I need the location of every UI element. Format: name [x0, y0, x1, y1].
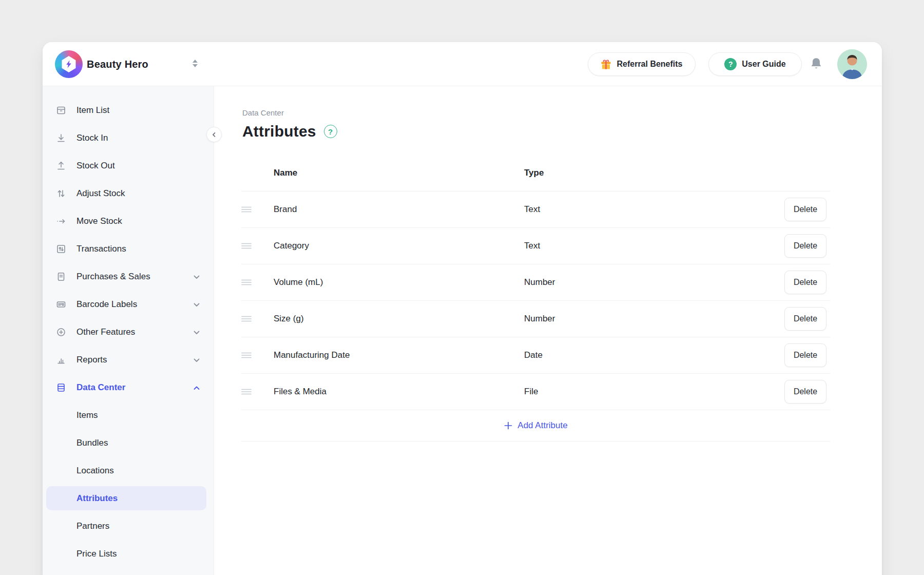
barcode-icon — [55, 299, 67, 310]
drag-handle-icon[interactable] — [241, 388, 252, 395]
hexagon-bolt-icon — [61, 56, 76, 72]
sidebar-item-label: Move Stock — [76, 216, 122, 226]
workspace-switcher-icon[interactable] — [192, 60, 199, 69]
app-logo — [55, 50, 83, 78]
attribute-type: Number — [524, 277, 555, 288]
drag-handle-icon[interactable] — [241, 352, 252, 359]
app-header: Beauty Hero Referral Benefits ? User Gui… — [43, 42, 882, 86]
delete-button[interactable]: Delete — [784, 198, 826, 221]
chevron-left-icon — [210, 131, 218, 138]
user-guide-label: User Guide — [742, 60, 785, 69]
attribute-name: Brand — [274, 204, 297, 215]
drag-handle-icon[interactable] — [241, 206, 252, 213]
sidebar-item-label: Item List — [76, 105, 109, 116]
app-window: Beauty Hero Referral Benefits ? User Gui… — [43, 42, 882, 575]
sidebar-item-adjust-stock[interactable]: Adjust Stock — [43, 180, 214, 207]
document-icon — [55, 271, 67, 282]
arrow-up-bar-icon — [55, 160, 67, 171]
sidebar-item-label: Other Features — [76, 327, 135, 337]
sidebar-item-purchases-sales[interactable]: Purchases & Sales — [43, 263, 214, 291]
attribute-type: Text — [524, 241, 540, 251]
drag-handle-icon[interactable] — [241, 315, 252, 322]
attribute-type: Text — [524, 204, 540, 215]
sidebar-item-label: Transactions — [76, 244, 126, 254]
sidebar-item-stock-in[interactable]: Stock In — [43, 124, 214, 152]
sidebar-item-attributes[interactable]: Attributes — [43, 485, 214, 512]
chevron-down-icon — [193, 273, 201, 281]
bar-chart-icon — [55, 354, 67, 366]
sidebar-item-label: Adjust Stock — [76, 188, 125, 199]
sidebar-item-label: Bundles — [76, 438, 108, 448]
sidebar-item-other-features[interactable]: Other Features — [43, 318, 214, 346]
sidebar-item-stock-out[interactable]: Stock Out — [43, 152, 214, 180]
question-circle-icon: ? — [724, 58, 737, 70]
breadcrumb: Data Center — [242, 108, 284, 117]
column-header-type: Type — [524, 168, 544, 178]
add-attribute-label: Add Attribute — [517, 420, 567, 431]
sidebar-item-label: Price Lists — [76, 549, 117, 559]
delete-button[interactable]: Delete — [784, 343, 826, 367]
chevron-down-icon — [193, 301, 201, 309]
sidebar-item-partners[interactable]: Partners — [43, 512, 214, 540]
transactions-square-icon — [55, 243, 67, 255]
attribute-type: Date — [524, 350, 543, 360]
table-row: Brand Text Delete — [241, 191, 830, 228]
attribute-name: Manufacturing Date — [274, 350, 350, 360]
attribute-type: File — [524, 387, 538, 397]
sidebar-item-label: Purchases & Sales — [76, 272, 150, 282]
sidebar-nav: Item List Stock In Stock Out Adjust Stoc… — [43, 86, 214, 575]
delete-button[interactable]: Delete — [784, 234, 826, 258]
attribute-name: Category — [274, 241, 309, 251]
sidebar-item-label: Data Center — [76, 382, 125, 393]
plus-circle-icon — [55, 327, 67, 338]
sidebar-item-move-stock[interactable]: Move Stock — [43, 207, 214, 235]
sidebar-item-locations[interactable]: Locations — [43, 457, 214, 485]
sidebar-collapse-button[interactable] — [206, 127, 222, 142]
main-content: Data Center Attributes ? Name Type Brand… — [214, 86, 882, 575]
sidebar-item-bundles[interactable]: Bundles — [43, 429, 214, 457]
attribute-name: Volume (mL) — [274, 277, 323, 288]
sidebar-item-label: Stock Out — [76, 161, 115, 171]
sidebar-item-price-lists[interactable]: Price Lists — [43, 540, 214, 568]
table-row: Files & Media File Delete — [241, 374, 830, 410]
sidebar-item-transactions[interactable]: Transactions — [43, 235, 214, 263]
sidebar-item-items[interactable]: Items — [43, 401, 214, 429]
attribute-name: Size (g) — [274, 314, 304, 324]
sidebar-item-data-center[interactable]: Data Center — [43, 374, 214, 401]
workspace-name: Beauty Hero — [87, 42, 148, 86]
dot-arrow-right-icon — [55, 216, 67, 227]
sidebar-item-label: Locations — [76, 466, 114, 476]
sidebar-item-item-list[interactable]: Item List — [43, 97, 214, 124]
sidebar-item-label: Stock In — [76, 133, 108, 143]
table-row: Size (g) Number Delete — [241, 301, 830, 337]
delete-button[interactable]: Delete — [784, 307, 826, 331]
sidebar-item-barcode-labels[interactable]: Barcode Labels — [43, 291, 214, 318]
user-guide-button[interactable]: ? User Guide — [708, 52, 802, 76]
table-row: Category Text Delete — [241, 228, 830, 264]
chevron-up-icon — [193, 384, 201, 392]
sidebar-item-label: Reports — [76, 355, 107, 365]
sidebar-item-label: Items — [76, 410, 98, 420]
gift-icon — [601, 59, 611, 70]
table-row: Volume (mL) Number Delete — [241, 264, 830, 301]
sidebar-item-label: Partners — [76, 521, 109, 531]
delete-button[interactable]: Delete — [784, 380, 826, 404]
chevron-down-icon — [193, 356, 201, 364]
package-box-icon — [55, 105, 67, 116]
notifications-bell-icon[interactable] — [808, 56, 824, 72]
help-icon[interactable]: ? — [324, 125, 337, 138]
page-title: Attributes — [242, 123, 316, 140]
referral-benefits-button[interactable]: Referral Benefits — [588, 52, 696, 76]
table-row: Manufacturing Date Date Delete — [241, 337, 830, 374]
table-header: Name Type — [241, 155, 830, 191]
sidebar-item-reports[interactable]: Reports — [43, 346, 214, 374]
attribute-type: Number — [524, 314, 555, 324]
referral-benefits-label: Referral Benefits — [617, 60, 682, 69]
arrows-up-down-icon — [55, 188, 67, 199]
drag-handle-icon[interactable] — [241, 279, 252, 286]
add-attribute-button[interactable]: Add Attribute — [241, 410, 830, 442]
user-avatar[interactable] — [837, 49, 867, 79]
database-icon — [55, 382, 67, 393]
drag-handle-icon[interactable] — [241, 242, 252, 250]
delete-button[interactable]: Delete — [784, 271, 826, 294]
